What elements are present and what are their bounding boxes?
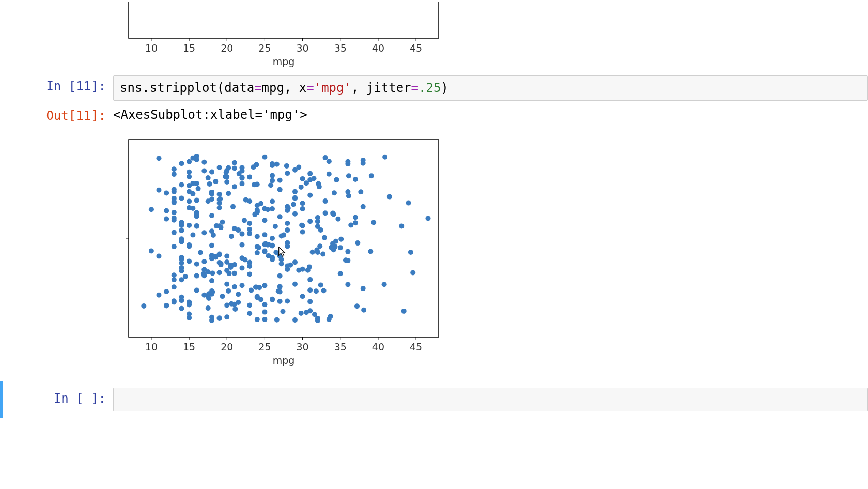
prev-x-tick-label: 45 — [410, 42, 422, 54]
data-point — [229, 234, 234, 239]
data-point — [284, 163, 289, 169]
data-point — [345, 282, 350, 287]
data-point — [406, 201, 411, 206]
data-point — [172, 210, 177, 215]
data-point — [194, 288, 199, 293]
data-point — [277, 187, 283, 192]
data-point — [249, 288, 254, 293]
data-point — [322, 235, 327, 240]
data-point — [285, 171, 290, 176]
data-point — [187, 159, 192, 164]
data-point — [206, 175, 211, 180]
x-tick-label: 25 — [258, 341, 271, 353]
data-point — [307, 171, 313, 176]
data-point — [187, 199, 192, 204]
data-point — [224, 315, 229, 320]
data-point — [242, 257, 247, 263]
data-point — [266, 253, 271, 258]
prev-x-tick-label: 10 — [145, 42, 158, 54]
data-point — [226, 191, 231, 196]
code-input-11[interactable]: sns.stripplot(data=mpg, x='mpg', jitter=… — [113, 75, 868, 101]
data-point — [262, 310, 267, 315]
prompt-empty-2 — [3, 129, 113, 132]
data-point — [236, 292, 241, 297]
data-point — [255, 234, 260, 239]
data-point — [232, 185, 237, 190]
data-point — [217, 205, 222, 210]
data-point — [236, 300, 241, 305]
data-point — [299, 311, 304, 316]
data-point — [172, 172, 177, 177]
prev-chart-axis: 1015202530354045mpg — [113, 2, 444, 69]
data-point — [207, 181, 212, 187]
data-point — [328, 314, 333, 319]
data-point — [387, 194, 392, 200]
data-point — [320, 252, 326, 257]
data-point — [172, 244, 177, 249]
data-point — [243, 197, 249, 203]
data-point — [299, 223, 304, 228]
data-point — [187, 312, 192, 317]
data-point — [252, 212, 257, 217]
data-point — [172, 273, 177, 278]
data-point — [240, 266, 245, 271]
data-point — [206, 292, 211, 297]
x-tick-label: 30 — [296, 341, 308, 353]
data-point — [307, 219, 313, 224]
data-point — [299, 185, 304, 190]
prev-x-tick-label: 30 — [296, 42, 308, 54]
prev-x-tick-label: 15 — [183, 42, 195, 54]
code-cell-11[interactable]: In [11]: sns.stripplot(data=mpg, x='mpg'… — [0, 73, 868, 103]
data-point — [247, 311, 252, 316]
data-point — [209, 278, 214, 283]
x-tick-label: 40 — [372, 341, 384, 353]
data-point — [318, 283, 323, 288]
output-text-cell-11: Out[11]: <AxesSubplot:xlabel='mpg'> — [0, 103, 868, 127]
data-point — [194, 198, 199, 203]
data-point — [307, 309, 313, 314]
data-point — [312, 176, 317, 181]
code-input-empty[interactable] — [113, 388, 868, 411]
data-point — [300, 230, 305, 235]
data-point — [187, 259, 192, 264]
code-cell-empty[interactable]: In [ ]: — [0, 381, 868, 418]
data-point — [255, 317, 260, 322]
data-point — [274, 162, 280, 167]
data-point — [270, 236, 275, 241]
data-point — [296, 268, 301, 273]
data-point — [190, 206, 195, 211]
data-point — [149, 207, 154, 212]
data-point — [335, 217, 340, 222]
data-point — [285, 299, 290, 304]
data-point — [179, 265, 184, 270]
data-point — [270, 162, 275, 167]
data-point — [240, 232, 245, 237]
data-point — [285, 227, 290, 233]
prompt-empty — [3, 2, 113, 5]
data-point — [277, 299, 283, 304]
data-point — [315, 318, 320, 323]
data-point — [233, 307, 238, 312]
data-point — [307, 193, 313, 198]
data-point — [194, 223, 199, 228]
data-point — [258, 297, 264, 302]
data-point — [164, 217, 169, 222]
data-point — [226, 288, 231, 294]
data-point — [172, 300, 177, 305]
data-point — [371, 220, 376, 225]
in-prompt-empty: In [ ]: — [3, 388, 113, 407]
data-point — [262, 155, 267, 160]
data-point — [240, 283, 245, 288]
data-point — [262, 233, 267, 238]
data-point — [194, 273, 199, 279]
data-point — [172, 189, 177, 194]
data-point — [164, 208, 169, 213]
out-prompt-11: Out[11]: — [3, 105, 113, 124]
data-point — [219, 262, 224, 267]
data-point — [202, 259, 207, 264]
data-point — [256, 245, 261, 250]
strip-points — [141, 154, 430, 323]
data-point — [217, 192, 222, 197]
data-point — [179, 257, 184, 262]
data-point — [262, 249, 267, 254]
